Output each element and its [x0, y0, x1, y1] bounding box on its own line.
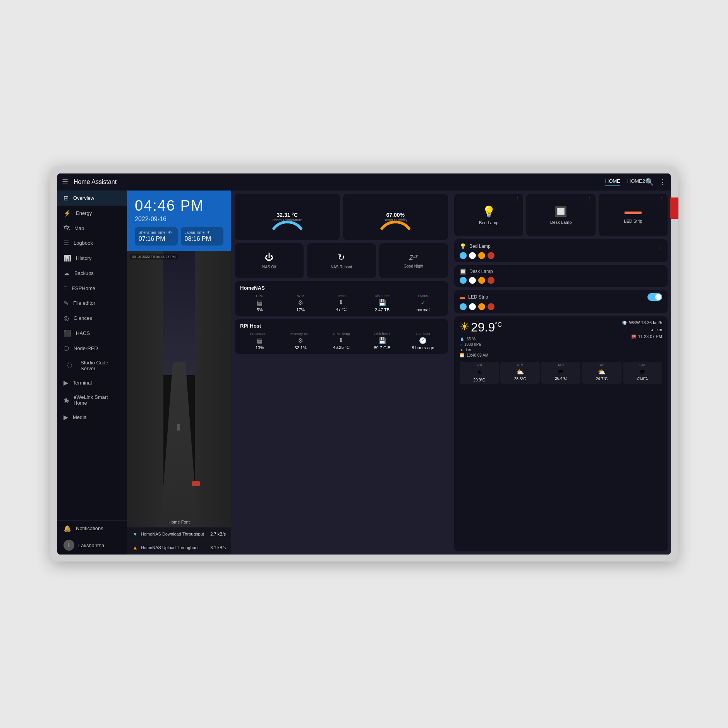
- header: ☰ Home Assistant HOME HOME2 🔍 ⋮: [57, 173, 671, 191]
- nas-reboot-button[interactable]: ↻ NAS Reboot: [307, 243, 376, 278]
- weather-card: ☀ 29.9°C 💧: [454, 316, 668, 551]
- weather-temp: 29.9°C: [471, 320, 502, 334]
- humidity-val: 65 %: [467, 337, 476, 341]
- pressure-val: 1008 hPa: [464, 342, 481, 347]
- action-row: ⏻ NAS Off ↻ NAS Reboot Zzz Good Night: [235, 243, 448, 278]
- bed-lamp-more[interactable]: ⋮: [515, 196, 520, 202]
- sidebar-user[interactable]: L Lakshantha: [57, 536, 127, 555]
- overview-icon: ⊞: [64, 194, 69, 202]
- rpi-metric-disk: Disk free / 💾 89.7 GiB: [362, 332, 402, 350]
- red-tab: [670, 197, 678, 219]
- sidebar-item-hacs[interactable]: ⬛ HACS: [57, 326, 127, 341]
- km-icon: ▲: [650, 328, 654, 332]
- forecast-1: FRI ☀ 29.9°C: [460, 362, 499, 384]
- sidebar-item-terminal[interactable]: ▶ Terminal: [57, 375, 127, 390]
- color-dot-red[interactable]: [488, 252, 494, 259]
- homenas-metrics: CPU ▤ 5% RAM ⚙ 17% Temp 🌡: [240, 294, 443, 312]
- nas-off-button[interactable]: ⏻ NAS Off: [235, 243, 304, 278]
- led-strip-icon: ▬▬: [625, 206, 642, 216]
- sidebar-item-esphome[interactable]: ≡ ESPHome: [57, 281, 127, 295]
- color-dot-white[interactable]: [469, 252, 476, 259]
- clock-time: 04:46 PM: [135, 197, 223, 214]
- good-night-button[interactable]: Zzz Good Night: [379, 243, 448, 278]
- led-strip-more[interactable]: ⋮: [659, 196, 664, 202]
- sidebar-item-ewelink[interactable]: ◉ eWeLink Smart Home: [57, 390, 127, 410]
- led-color-dot-red[interactable]: [488, 303, 494, 310]
- visibility-row: ▲ km: [460, 348, 616, 352]
- homenas-card: HomeNAS CPU ▤ 5% RAM ⚙ 17%: [235, 281, 448, 316]
- bed-lamp-detail-more[interactable]: ⋮: [656, 242, 662, 250]
- sidebar-item-map[interactable]: 🗺 Map: [57, 221, 127, 235]
- bed-lamp-name: Bed Lamp: [479, 220, 498, 225]
- desk-lamp-card[interactable]: ⋮ 🔲 Desk Lamp: [526, 194, 595, 236]
- logbook-icon: ☰: [64, 239, 69, 247]
- sidebar-item-node-red[interactable]: ⬡ Node-RED: [57, 341, 127, 356]
- desk-color-dot-blue[interactable]: [460, 277, 467, 284]
- history-icon: 📊: [64, 254, 71, 262]
- led-strip-card[interactable]: ⋮ ▬▬ LED Strip: [599, 194, 668, 236]
- weather-left: ☀ 29.9°C 💧: [460, 320, 616, 359]
- forecast-2: FRI ⛅ 28.3°C: [500, 362, 539, 384]
- nas-off-icon: ⏻: [265, 252, 273, 263]
- sidebar-item-media[interactable]: ▶ Media: [57, 410, 127, 425]
- app-title: Home Assistant: [74, 179, 594, 185]
- temp-label: Room Temperature: [272, 218, 302, 222]
- tab-home[interactable]: HOME: [605, 178, 620, 186]
- visibility-val: km: [466, 348, 471, 352]
- desk-lamp-more[interactable]: ⋮: [587, 196, 592, 202]
- nas-off-label: NAS Off: [262, 265, 276, 269]
- user-avatar: L: [64, 540, 74, 551]
- color-dot-orange[interactable]: [478, 252, 485, 259]
- desk-color-dot-red[interactable]: [488, 277, 494, 284]
- sidebar-item-energy[interactable]: ⚡ Energy: [57, 206, 127, 221]
- sensor-row: 32.31 °C Room Temperature 67.00%: [235, 194, 448, 240]
- bed-lamp-detail-name: Bed Lamp: [469, 244, 491, 249]
- led-color-dot-blue[interactable]: [460, 303, 467, 310]
- desk-lamp-color-dots: [460, 277, 662, 284]
- cam-vehicle: [192, 481, 200, 486]
- humidity-label: Room Humidity: [383, 218, 407, 222]
- sidebar-label-ewelink: eWeLink Smart Home: [74, 394, 121, 406]
- desk-color-dot-orange[interactable]: [478, 277, 485, 284]
- led-color-dot-orange[interactable]: [478, 303, 485, 310]
- temperature-card: 32.31 °C Room Temperature: [235, 194, 340, 240]
- nas-reboot-label: NAS Reboot: [331, 265, 352, 269]
- sidebar-item-glances[interactable]: ◎ Glances: [57, 311, 127, 326]
- sidebar-item-logbook[interactable]: ☰ Logbook: [57, 235, 127, 251]
- glances-icon: ◎: [64, 314, 69, 322]
- sidebar-item-overview[interactable]: ⊞ Overview: [57, 191, 127, 206]
- more-icon[interactable]: ⋮: [659, 178, 666, 186]
- desk-color-dot-white[interactable]: [469, 277, 476, 284]
- search-icon[interactable]: 🔍: [645, 178, 654, 186]
- color-dot-blue[interactable]: [460, 252, 467, 259]
- sidebar-item-history[interactable]: 📊 History: [57, 251, 127, 266]
- download-value: 2.7 kB/s: [210, 532, 226, 536]
- eye-icon-shenzhen[interactable]: 👁: [168, 230, 172, 235]
- pressure-icon: ○: [460, 342, 462, 347]
- sidebar-item-backups[interactable]: ☁ Backups: [57, 266, 127, 281]
- hacs-icon: ⬛: [64, 330, 71, 337]
- sidebar-item-notifications[interactable]: 🔔 Notifications: [57, 521, 127, 536]
- homenas-title: HomeNAS: [240, 285, 443, 291]
- sidebar-label-history: History: [76, 255, 91, 261]
- sunset-val: 11:23:07 PM: [638, 334, 662, 339]
- sidebar-item-studio-code[interactable]: 〈〉 Studio Code Server: [57, 356, 127, 375]
- menu-icon[interactable]: ☰: [62, 178, 68, 186]
- bed-lamp-card[interactable]: ⋮ 💡 Bed Lamp: [454, 194, 523, 236]
- sidebar-label-file-editor: File editor: [73, 300, 95, 306]
- sidebar-bottom: 🔔 Notifications L Lakshantha: [57, 520, 127, 555]
- wind-icon: 💨: [622, 321, 627, 325]
- weather-details: 💧 65 % ○ 1008 hPa ▲ km: [460, 337, 616, 357]
- nav-tabs: HOME HOME2: [605, 178, 645, 186]
- rpihost-card: RPi Host Processor ... ▤ 13% Memory us..…: [235, 319, 448, 354]
- cam-wall-right: [195, 251, 231, 527]
- sidebar-item-file-editor[interactable]: ✎ File editor: [57, 295, 127, 311]
- km-row: ▲ km: [650, 327, 662, 332]
- eye-icon-japan[interactable]: 👁: [207, 230, 211, 235]
- led-color-dot-white[interactable]: [469, 303, 476, 310]
- camera-visual: 09-16-2022 Fri 04:46:25 PM: [127, 251, 231, 527]
- tab-home2[interactable]: HOME2: [627, 178, 645, 186]
- japan-time: 08:16 PM: [185, 235, 220, 242]
- humidity-icon: 💧: [460, 337, 464, 341]
- led-strip-toggle[interactable]: [647, 293, 662, 301]
